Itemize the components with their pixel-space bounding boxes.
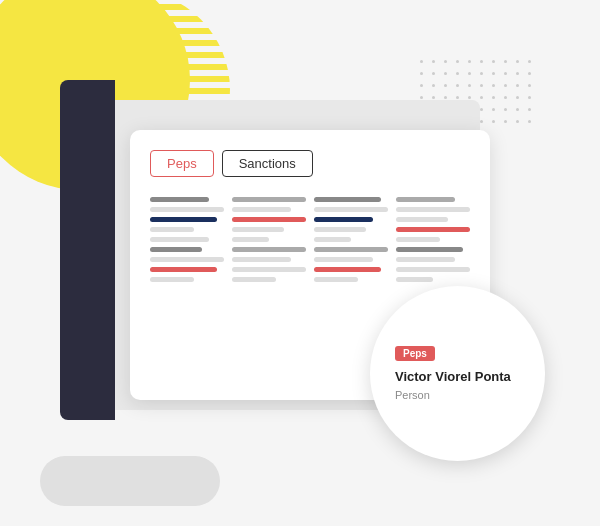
tab-sanctions[interactable]: Sanctions xyxy=(222,150,313,177)
skeleton-bar xyxy=(232,277,276,282)
skeleton-bar xyxy=(232,257,291,262)
skeleton-bar xyxy=(150,217,217,222)
skeleton-bar xyxy=(232,247,306,252)
data-col-1 xyxy=(150,197,224,282)
skeleton-bar xyxy=(396,257,455,262)
skeleton-bar xyxy=(396,197,455,202)
data-grid xyxy=(150,197,470,282)
tabs-container: Peps Sanctions xyxy=(150,150,470,177)
popup-card: Peps Victor Viorel Ponta Person xyxy=(370,286,545,461)
skeleton-bar xyxy=(314,237,351,242)
skeleton-bar xyxy=(232,207,291,212)
tab-peps[interactable]: Peps xyxy=(150,150,214,177)
skeleton-bar xyxy=(396,217,448,222)
skeleton-bar xyxy=(314,267,381,272)
skeleton-bar xyxy=(232,217,306,222)
skeleton-bar xyxy=(396,237,440,242)
popup-person-type: Person xyxy=(395,389,430,401)
skeleton-bar xyxy=(232,227,284,232)
data-col-4 xyxy=(396,197,470,282)
skeleton-bar xyxy=(232,237,269,242)
skeleton-bar xyxy=(314,277,358,282)
skeleton-bar xyxy=(150,267,217,272)
skeleton-bar xyxy=(150,247,202,252)
skeleton-bar xyxy=(396,277,433,282)
skeleton-bar xyxy=(314,247,388,252)
skeleton-bar xyxy=(232,197,306,202)
skeleton-bar xyxy=(314,217,373,222)
sidebar xyxy=(60,80,115,420)
data-col-3 xyxy=(314,197,388,282)
popup-person-name: Victor Viorel Ponta xyxy=(395,369,511,385)
skeleton-bar xyxy=(150,197,209,202)
skeleton-bar xyxy=(150,277,194,282)
bottom-blob-decoration xyxy=(40,456,220,506)
skeleton-bar xyxy=(314,207,388,212)
skeleton-bar xyxy=(150,257,224,262)
skeleton-bar xyxy=(150,237,209,242)
skeleton-bar xyxy=(396,227,470,232)
skeleton-bar xyxy=(232,267,306,272)
popup-badge: Peps xyxy=(395,346,435,361)
skeleton-bar xyxy=(396,207,470,212)
skeleton-bar xyxy=(314,197,381,202)
skeleton-bar xyxy=(150,227,194,232)
skeleton-bar xyxy=(314,257,373,262)
data-col-2 xyxy=(232,197,306,282)
skeleton-bar xyxy=(396,267,470,272)
scene: Peps Sanctions xyxy=(0,0,600,526)
skeleton-bar xyxy=(150,207,224,212)
skeleton-bar xyxy=(314,227,366,232)
skeleton-bar xyxy=(396,247,463,252)
